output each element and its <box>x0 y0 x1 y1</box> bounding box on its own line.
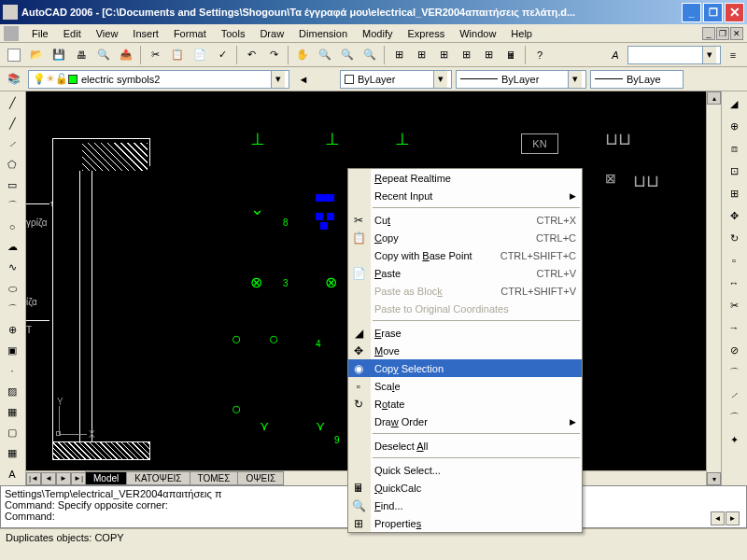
preview-button[interactable]: 🔍 <box>93 45 114 65</box>
matchprops-button[interactable]: ✓ <box>212 45 233 65</box>
rectangle-tool[interactable]: ▭ <box>2 175 22 194</box>
ctx-cut[interactable]: ✂CutCTRL+X <box>348 211 582 229</box>
open-button[interactable]: 📂 <box>26 45 47 65</box>
ctx-erase[interactable]: ◢Erase <box>348 324 582 342</box>
close-button[interactable]: ✕ <box>725 3 744 22</box>
pan-button[interactable]: ✋ <box>292 45 313 65</box>
ctx-quickcalc[interactable]: 🖩QuickCalc <box>348 479 582 497</box>
tab-layout-2[interactable]: ΤΟΜΕΣ <box>190 471 239 485</box>
insert-tool[interactable]: ⊕ <box>2 320 22 339</box>
lineweight-combo[interactable]: ByLaye <box>590 70 684 89</box>
textstyle-combo[interactable]: ▾ <box>627 46 721 64</box>
xline-tool[interactable]: ╱ <box>2 114 22 133</box>
tab-model[interactable]: Model <box>85 471 127 485</box>
print-button[interactable]: 🖶 <box>71 45 92 65</box>
point-tool[interactable]: · <box>2 361 22 380</box>
mtext-tool[interactable]: A <box>2 465 22 483</box>
menu-format[interactable]: Format <box>166 26 214 41</box>
ellipsearc-tool[interactable]: ⌒ <box>2 300 22 318</box>
cut-button[interactable]: ✂ <box>145 45 165 65</box>
markup-button[interactable]: ⊞ <box>478 45 499 65</box>
ctx-quick-select[interactable]: Quick Select... <box>348 461 582 479</box>
revcloud-tool[interactable]: ☁ <box>2 238 22 257</box>
textalign-button[interactable]: ≡ <box>723 45 743 65</box>
doc-close-button[interactable]: ✕ <box>730 27 743 40</box>
polygon-tool[interactable]: ⬠ <box>2 155 22 174</box>
table-tool[interactable]: ▦ <box>2 444 22 463</box>
zoom-realtime-button[interactable]: 🔍 <box>315 45 335 65</box>
ellipse-tool[interactable]: ⬭ <box>2 279 22 298</box>
ctx-find[interactable]: 🔍Find... <box>348 497 582 514</box>
tab-layout-1[interactable]: ΚΑΤΟΨΕΙΣ <box>126 471 190 485</box>
sheetset-button[interactable]: ⊞ <box>456 45 476 65</box>
undo-button[interactable]: ↶ <box>241 45 261 65</box>
quickcalc-button[interactable]: 🖩 <box>500 45 521 65</box>
move-tool[interactable]: ✥ <box>724 205 744 226</box>
explode-tool[interactable]: ✦ <box>724 429 744 450</box>
stretch-tool[interactable]: ↔ <box>724 273 744 293</box>
erase-tool[interactable]: ◢ <box>724 93 744 114</box>
maximize-button[interactable]: ❐ <box>703 3 723 22</box>
tab-next-button[interactable]: ► <box>56 472 71 485</box>
copy-button[interactable]: 📋 <box>167 45 188 65</box>
spline-tool[interactable]: ∿ <box>2 259 22 277</box>
trim-tool[interactable]: ✂ <box>724 295 744 315</box>
mirror-tool[interactable]: ⧈ <box>724 138 744 159</box>
join-tool[interactable]: ⌒ <box>724 362 744 383</box>
textstyle-button[interactable]: A <box>605 45 626 65</box>
gradient-tool[interactable]: ▦ <box>2 403 22 422</box>
cmd-scroll-left[interactable]: ◄ <box>711 511 725 525</box>
tab-last-button[interactable]: ►| <box>71 472 86 485</box>
ctx-rotate[interactable]: ↻Rotate <box>348 395 582 413</box>
menu-window[interactable]: Window <box>452 26 503 41</box>
ctx-repeat[interactable]: Repeat Realtime <box>348 169 582 187</box>
copy-tool[interactable]: ⊕ <box>724 116 744 136</box>
help-button[interactable]: ? <box>529 45 550 65</box>
circle-tool[interactable]: ○ <box>2 217 22 236</box>
line-tool[interactable]: ╱ <box>2 93 22 112</box>
block-tool[interactable]: ▣ <box>2 341 22 359</box>
ctx-properties[interactable]: ⊞Properties <box>348 514 582 532</box>
new-button[interactable] <box>4 45 24 65</box>
scale-tool[interactable]: ▫ <box>724 250 744 271</box>
layer-combo[interactable]: 💡 ☀ 🔓 electric symbols2 ▾ <box>28 70 289 89</box>
menu-tools[interactable]: Tools <box>214 26 253 41</box>
menu-express[interactable]: Express <box>400 26 452 41</box>
offset-tool[interactable]: ⊡ <box>724 161 744 181</box>
rotate-tool[interactable]: ↻ <box>724 228 744 248</box>
tab-prev-button[interactable]: ◄ <box>41 472 56 485</box>
chamfer-tool[interactable]: ⟋ <box>724 385 744 405</box>
menu-insert[interactable]: Insert <box>125 26 166 41</box>
ctx-deselect-all[interactable]: Deselect All <box>348 437 582 455</box>
linetype-combo[interactable]: ByLayer ▾ <box>456 70 586 89</box>
menu-file[interactable]: File <box>24 26 56 41</box>
tab-layout-3[interactable]: ΟΨΕΙΣ <box>237 471 284 485</box>
fillet-tool[interactable]: ⌒ <box>724 407 744 427</box>
array-tool[interactable]: ⊞ <box>724 183 744 203</box>
menu-draw[interactable]: Draw <box>252 26 291 41</box>
layerprops-button[interactable]: 📚 <box>4 69 24 90</box>
menu-modify[interactable]: Modify <box>355 26 400 41</box>
ctx-copy[interactable]: 📋CopyCTRL+C <box>348 229 582 246</box>
menu-edit[interactable]: Edit <box>56 26 89 41</box>
tab-first-button[interactable]: |◄ <box>26 472 41 485</box>
doc-restore-button[interactable]: ❐ <box>716 27 729 40</box>
save-button[interactable]: 💾 <box>49 45 69 65</box>
menu-dimension[interactable]: Dimension <box>291 26 355 41</box>
ctx-draw-order[interactable]: Draw Order▶ <box>348 413 582 430</box>
toolpalettes-button[interactable]: ⊞ <box>433 45 454 65</box>
designctr-button[interactable]: ⊞ <box>411 45 431 65</box>
zoom-previous-button[interactable]: 🔍 <box>359 45 380 65</box>
zoom-window-button[interactable]: 🔍 <box>337 45 358 65</box>
ctx-recent-input[interactable]: Recent Input▶ <box>348 187 582 204</box>
ctx-move[interactable]: ✥Move <box>348 342 582 359</box>
redo-button[interactable]: ↷ <box>263 45 284 65</box>
publish-button[interactable]: 📤 <box>116 45 136 65</box>
extend-tool[interactable]: → <box>724 317 744 338</box>
pline-tool[interactable]: ⟋ <box>2 134 22 153</box>
doc-minimize-button[interactable]: _ <box>702 27 715 40</box>
arc-tool[interactable]: ⌒ <box>2 197 22 216</box>
color-combo[interactable]: ByLayer ▾ <box>340 70 452 89</box>
vertical-scrollbar[interactable]: ▴ ▾ <box>706 91 721 485</box>
minimize-button[interactable]: _ <box>682 3 701 22</box>
